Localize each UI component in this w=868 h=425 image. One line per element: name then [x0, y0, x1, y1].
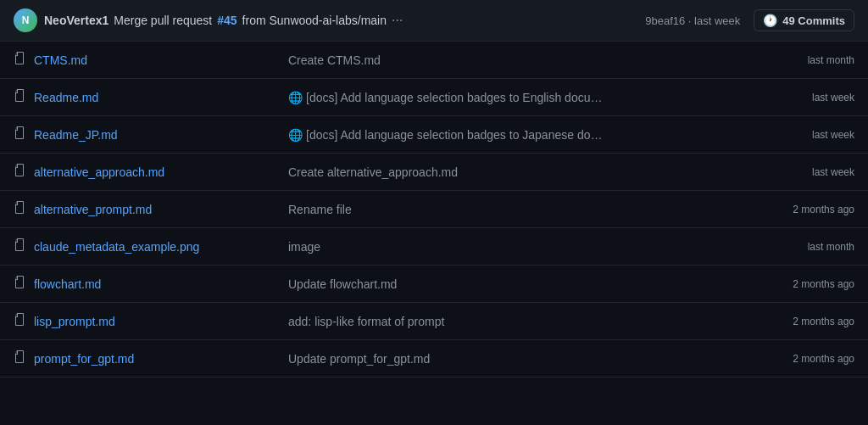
file-commit-message: 🌐[docs] Add language selection badges to…: [288, 128, 761, 142]
table-row: alternative_approach.mdCreate alternativ…: [0, 154, 868, 191]
table-row: alternative_prompt.mdRename file2 months…: [0, 191, 868, 228]
file-icon: [14, 238, 25, 254]
file-time: last week: [761, 129, 854, 141]
table-row: flowchart.mdUpdate flowchart.md2 months …: [0, 266, 868, 303]
file-time: last month: [761, 54, 854, 66]
commits-count: 49 Commits: [782, 14, 845, 27]
file-time: 2 months ago: [761, 316, 854, 327]
file-commit-message: Rename file: [288, 203, 761, 216]
commit-text: Merge pull request: [114, 14, 212, 27]
pr-link[interactable]: #45: [217, 14, 236, 27]
file-icon: [14, 276, 25, 292]
file-name[interactable]: alternative_approach.md: [34, 165, 288, 179]
avatar: N: [14, 8, 37, 32]
file-name[interactable]: Readme_JP.md: [34, 128, 288, 142]
commit-hash: 9beaf16 · last week: [645, 14, 740, 27]
file-icon: [14, 201, 25, 217]
file-name[interactable]: CTMS.md: [34, 53, 288, 67]
file-commit-message: image: [288, 240, 761, 254]
commits-button[interactable]: 🕐 49 Commits: [754, 9, 854, 31]
table-row: Readme_JP.md🌐[docs] Add language selecti…: [0, 116, 868, 154]
commit-author[interactable]: NeoVertex1: [44, 14, 108, 27]
file-commit-message: 🌐[docs] Add language selection badges to…: [288, 91, 761, 104]
table-row: claude_metadata_example.pngimagelast mon…: [0, 228, 868, 266]
file-name[interactable]: Readme.md: [34, 91, 288, 104]
file-icon: [14, 164, 25, 180]
file-icon: [14, 350, 25, 366]
file-name[interactable]: lisp_prompt.md: [34, 315, 288, 328]
globe-icon: 🌐: [288, 91, 303, 104]
file-time: 2 months ago: [761, 353, 854, 365]
file-icon: [14, 89, 25, 105]
file-name[interactable]: claude_metadata_example.png: [34, 240, 288, 254]
file-name[interactable]: prompt_for_gpt.md: [34, 352, 288, 366]
file-name[interactable]: flowchart.md: [34, 277, 288, 291]
table-row: prompt_for_gpt.mdUpdate prompt_for_gpt.m…: [0, 340, 868, 377]
ellipsis-icon: ···: [392, 13, 403, 28]
file-time: last month: [761, 241, 854, 253]
file-name[interactable]: alternative_prompt.md: [34, 203, 288, 216]
file-icon: [14, 52, 25, 68]
file-commit-message: Create CTMS.md: [288, 53, 761, 67]
header-right: 9beaf16 · last week 🕐 49 Commits: [645, 9, 854, 31]
from-text: from Sunwood-ai-labs/main: [242, 14, 387, 27]
file-commit-message: add: lisp-like format of prompt: [288, 315, 761, 328]
file-list: CTMS.mdCreate CTMS.mdlast month Readme.m…: [0, 42, 868, 377]
table-row: Readme.md🌐[docs] Add language selection …: [0, 79, 868, 116]
file-commit-message: Update flowchart.md: [288, 277, 761, 291]
clock-icon: 🕐: [763, 14, 777, 27]
file-time: last week: [761, 92, 854, 103]
commit-header: N NeoVertex1 Merge pull request #45 from…: [0, 0, 868, 42]
commit-message: NeoVertex1 Merge pull request #45 from S…: [44, 13, 638, 28]
table-row: CTMS.mdCreate CTMS.mdlast month: [0, 42, 868, 79]
file-icon: [14, 126, 25, 143]
file-time: 2 months ago: [761, 204, 854, 215]
file-time: last week: [761, 166, 854, 178]
file-commit-message: Update prompt_for_gpt.md: [288, 352, 761, 366]
table-row: lisp_prompt.mdadd: lisp-like format of p…: [0, 303, 868, 340]
file-commit-message: Create alternative_approach.md: [288, 165, 761, 179]
globe-icon: 🌐: [288, 128, 303, 142]
file-time: 2 months ago: [761, 278, 854, 290]
file-icon: [14, 313, 25, 329]
